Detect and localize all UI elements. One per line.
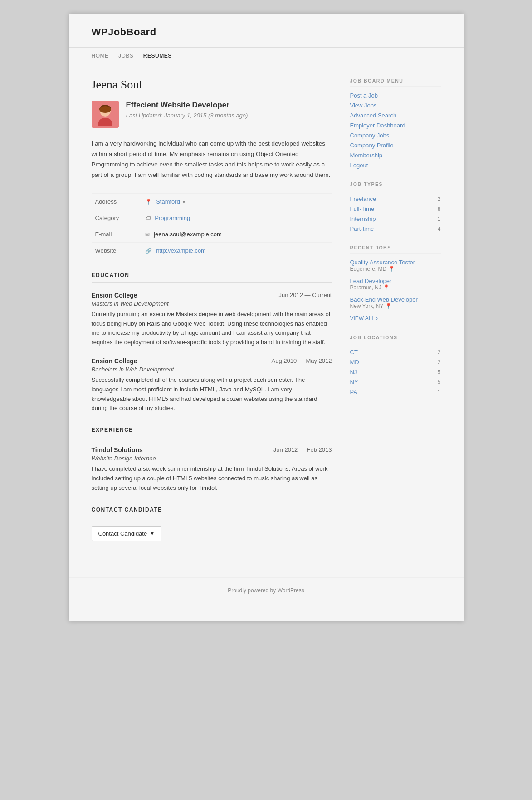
resume-title: Effecient Website Developer — [126, 101, 248, 110]
location-nj-link[interactable]: NJ — [350, 369, 357, 376]
tag-icon: 🏷 — [145, 215, 151, 221]
sidebar-post-job[interactable]: Post a Job — [350, 92, 441, 99]
education-entry-0: Ension College Jun 2012 — Current Master… — [92, 292, 332, 347]
parttime-count: 4 — [438, 226, 441, 232]
internship-link[interactable]: Internship — [350, 215, 376, 222]
freelance-count: 2 — [438, 196, 441, 202]
sidebar-company-profile[interactable]: Company Profile — [350, 142, 441, 149]
footer-link[interactable]: Proudly powered by WordPress — [228, 587, 304, 594]
sidebar-view-jobs[interactable]: View Jobs — [350, 102, 441, 109]
job-type-freelance: Freelance 2 — [350, 195, 441, 202]
degree-0: Masters in Web Development — [92, 300, 332, 307]
recent-job-loc-1: Paramus, NJ 📍 — [350, 284, 441, 291]
site-header: WPJobBoard — [69, 14, 464, 48]
location-nj: NJ 5 — [350, 369, 441, 376]
email-label: E-mail — [92, 226, 142, 242]
category-value: 🏷 Programming — [142, 210, 332, 226]
location-ct-count: 2 — [438, 349, 441, 356]
email-text: jeena.soul@example.com — [154, 231, 222, 238]
category-link[interactable]: Programming — [155, 215, 190, 221]
entry-header-0: Ension College Jun 2012 — Current — [92, 292, 332, 299]
location-pin-0: 📍 — [388, 266, 395, 272]
edu-desc-1: Successfully completed all of the course… — [92, 376, 332, 413]
footer: Proudly powered by WordPress — [69, 577, 464, 603]
location-md-count: 2 — [438, 359, 441, 366]
experience-heading: EXPERIENCE — [92, 427, 332, 437]
contact-candidate-button[interactable]: Contact Candidate ▼ — [92, 526, 162, 541]
edu-desc-0: Currently pursuing an executive Masters … — [92, 310, 332, 347]
company-name-0: Timdol Solutions — [92, 446, 143, 454]
job-board-menu-title: JOB BOARD MENU — [350, 78, 441, 87]
job-types-section: JOB TYPES Freelance 2 Full-Time 8 Intern… — [350, 181, 441, 232]
recent-job-link-1[interactable]: Lead Developer — [350, 278, 441, 284]
location-ct-link[interactable]: CT — [350, 349, 358, 356]
email-value: ✉ jeena.soul@example.com — [142, 226, 332, 242]
recent-job-0: Quality Assurance Tester Edgemere, MD 📍 — [350, 259, 441, 272]
nav-home[interactable]: HOME — [92, 53, 109, 59]
contact-section: CONTACT CANDIDATE Contact Candidate ▼ — [92, 507, 332, 541]
sidebar-advanced-search[interactable]: Advanced Search — [350, 112, 441, 119]
job-types-title: JOB TYPES — [350, 181, 441, 190]
last-updated: Last Updated: January 1, 2015 (3 months … — [126, 112, 248, 119]
exp-entry-header-0: Timdol Solutions Jun 2012 — Feb 2013 — [92, 446, 332, 454]
dropdown-arrow: ▼ — [182, 200, 186, 205]
contact-heading: CONTACT CANDIDATE — [92, 507, 332, 517]
recent-job-1: Lead Developer Paramus, NJ 📍 — [350, 278, 441, 291]
location-ny: NY 5 — [350, 379, 441, 385]
location-pin-1: 📍 — [383, 284, 390, 291]
resume-title-area: Effecient Website Developer Last Updated… — [126, 101, 248, 119]
location-ny-link[interactable]: NY — [350, 379, 358, 385]
job-locations-section: JOB LOCATIONS CT 2 MD 2 NJ 5 NY 5 — [350, 335, 441, 395]
job-locations-title: JOB LOCATIONS — [350, 335, 441, 343]
sidebar-employer-dashboard[interactable]: Employer Dashboard — [350, 122, 441, 129]
recent-jobs-title: RECENT JOBS — [350, 245, 441, 254]
fulltime-link[interactable]: Full-Time — [350, 205, 375, 212]
website-icon: 🔗 — [145, 248, 152, 254]
site-title: WPJobBoard — [92, 26, 441, 38]
job-board-menu-section: JOB BOARD MENU Post a Job View Jobs Adva… — [350, 78, 441, 169]
website-link[interactable]: http://example.com — [156, 247, 206, 254]
experience-entry-0: Timdol Solutions Jun 2012 — Feb 2013 Web… — [92, 446, 332, 493]
address-link[interactable]: Stamford — [156, 198, 180, 205]
nav-jobs[interactable]: JOBS — [118, 53, 133, 59]
location-pin-2: 📍 — [385, 303, 392, 309]
sidebar-membership[interactable]: Membership — [350, 152, 441, 159]
degree-1: Bachelors in Web Development — [92, 366, 332, 373]
sidebar: JOB BOARD MENU Post a Job View Jobs Adva… — [350, 78, 441, 555]
edu-date-0: Jun 2012 — Current — [278, 292, 332, 298]
freelance-link[interactable]: Freelance — [350, 195, 376, 202]
location-md-link[interactable]: MD — [350, 359, 359, 366]
location-pa-link[interactable]: PA — [350, 389, 357, 395]
sidebar-company-jobs[interactable]: Company Jobs — [350, 132, 441, 139]
address-label: Address — [92, 193, 142, 210]
email-row: E-mail ✉ jeena.soul@example.com — [92, 226, 332, 242]
location-pa: PA 1 — [350, 389, 441, 395]
recent-job-loc-2: New York, NY 📍 — [350, 303, 441, 309]
location-md: MD 2 — [350, 359, 441, 366]
education-section: EDUCATION Ension College Jun 2012 — Curr… — [92, 272, 332, 413]
recent-job-link-2[interactable]: Back-End Web Developer — [350, 296, 441, 303]
edu-date-1: Aug 2010 — May 2012 — [272, 357, 332, 364]
recent-job-loc-0: Edgemere, MD 📍 — [350, 266, 441, 272]
view-all-link[interactable]: VIEW ALL › — [350, 315, 378, 322]
internship-count: 1 — [438, 216, 441, 222]
fulltime-count: 8 — [438, 206, 441, 212]
nav-resumes[interactable]: RESUMES — [143, 53, 172, 59]
info-table: Address 📍 Stamford ▼ Category 🏷 Programm… — [92, 193, 332, 259]
email-icon: ✉ — [145, 231, 150, 238]
parttime-link[interactable]: Part-time — [350, 225, 374, 232]
candidate-name: Jeena Soul — [92, 78, 332, 92]
nav-bar: HOME JOBS RESUMES — [69, 48, 464, 64]
experience-section: EXPERIENCE Timdol Solutions Jun 2012 — F… — [92, 427, 332, 493]
resume-header: Effecient Website Developer Last Updated… — [92, 101, 332, 128]
job-type-internship: Internship 1 — [350, 215, 441, 222]
entry-header-1: Ension College Aug 2010 — May 2012 — [92, 357, 332, 365]
view-all-label: VIEW ALL — [350, 315, 375, 322]
avatar — [92, 101, 119, 128]
sidebar-logout[interactable]: Logout — [350, 162, 441, 169]
contact-btn-label: Contact Candidate — [98, 530, 147, 537]
school-name-1: Ension College — [92, 357, 137, 365]
content-area: Jeena Soul Effecient Website Developer — [69, 64, 464, 568]
school-name-0: Ension College — [92, 292, 137, 299]
recent-job-link-0[interactable]: Quality Assurance Tester — [350, 259, 441, 266]
